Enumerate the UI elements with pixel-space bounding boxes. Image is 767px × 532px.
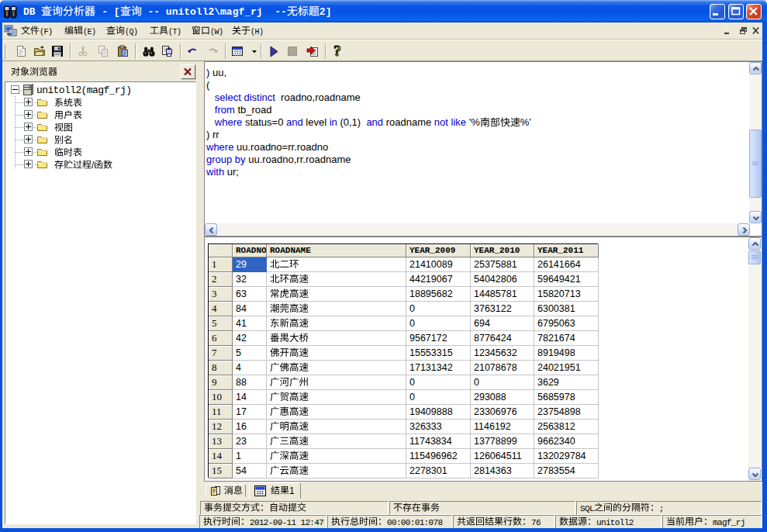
svg-text:?: ? — [333, 45, 341, 57]
